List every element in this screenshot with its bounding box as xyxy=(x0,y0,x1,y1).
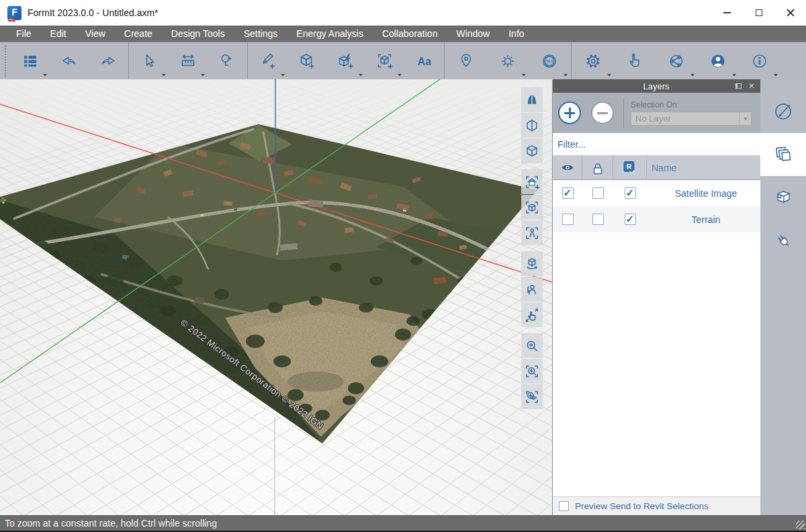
maximize-button[interactable] xyxy=(743,0,774,26)
paintbrush-circle-icon xyxy=(773,101,793,122)
viewport-3d[interactable]: © 2022 Microsoft Corporation © 2022 IGN xyxy=(0,79,552,515)
zoom-selection-button[interactable] xyxy=(521,384,543,409)
zoom-extents-cube-button[interactable] xyxy=(521,195,543,220)
sidebar-scenes-button[interactable] xyxy=(760,176,806,219)
content-area: © 2022 Microsoft Corporation © 2022 IGN xyxy=(0,79,806,515)
visible-checkbox[interactable] xyxy=(562,187,574,199)
zoom-extents-home-button[interactable] xyxy=(521,169,543,194)
preview-revit-checkbox[interactable] xyxy=(559,501,569,511)
sidebar-plugins-button[interactable] xyxy=(760,219,806,262)
settings-gear-button[interactable] xyxy=(572,44,614,79)
menu-edit[interactable]: Edit xyxy=(41,26,76,42)
main-toolbar: Aa 19.1 xyxy=(0,42,806,79)
send-to-revit-checkbox[interactable] xyxy=(625,187,636,199)
name-column-header[interactable]: Name xyxy=(647,156,760,179)
toolbar-separator xyxy=(444,42,445,79)
resize-grip[interactable] xyxy=(796,521,805,529)
send-to-revit-checkbox[interactable] xyxy=(625,214,636,225)
selection-layer-dropdown[interactable]: No Layer xyxy=(631,112,752,126)
selection-on-label: Selection On: xyxy=(631,100,752,109)
zoom-in-button[interactable] xyxy=(521,333,543,358)
toolbar-drag-handle[interactable] xyxy=(5,46,7,77)
menu-collaboration[interactable]: Collaboration xyxy=(373,26,447,42)
location-pin-button[interactable] xyxy=(445,44,487,79)
menu-settings[interactable]: Settings xyxy=(234,26,287,42)
status-bar: To zoom at a constant rate, hold Ctrl wh… xyxy=(0,515,806,532)
minimize-button[interactable] xyxy=(711,0,743,26)
text-tool-button[interactable]: Aa xyxy=(404,44,443,79)
orbit-cube-button[interactable] xyxy=(521,251,543,276)
add-layer-button[interactable] xyxy=(558,101,581,124)
layer-name[interactable]: Terrain xyxy=(692,214,721,225)
pan-hand-icon xyxy=(525,308,539,322)
cube-lightning-button[interactable] xyxy=(326,44,365,79)
zoom-window-button[interactable] xyxy=(521,359,543,384)
cube-brackets-button[interactable] xyxy=(365,44,404,79)
visible-checkbox[interactable] xyxy=(562,214,574,225)
layer-row-terrain[interactable]: Terrain xyxy=(553,206,760,232)
dropdown-caret xyxy=(522,74,526,77)
sun-shadows-button[interactable] xyxy=(487,44,529,79)
float-panel-icon[interactable] xyxy=(735,83,742,89)
visibility-column-header[interactable] xyxy=(553,156,582,179)
menu-design-tools[interactable]: Design Tools xyxy=(162,26,234,42)
select-cursor-button[interactable] xyxy=(130,44,169,79)
undo-button[interactable] xyxy=(50,44,89,79)
lock-checkbox[interactable] xyxy=(592,214,604,225)
lollipop-pin-button[interactable] xyxy=(208,44,247,79)
remove-layer-button[interactable] xyxy=(591,101,614,124)
layers-filter-bar[interactable]: Filter... xyxy=(553,133,760,156)
menu-energy-analysis[interactable]: Energy Analysis xyxy=(287,26,373,42)
select-cursor-icon xyxy=(140,52,158,70)
cube-brackets-add-icon xyxy=(376,52,394,70)
cube-add-button[interactable] xyxy=(287,44,326,79)
window-title: FormIt 2023.0.0 - Untitled.axm* xyxy=(28,7,159,18)
shaded-dome-button[interactable] xyxy=(521,87,543,112)
view-tools-strip xyxy=(521,87,543,415)
revit-column-header[interactable]: R xyxy=(613,156,647,179)
close-panel-icon[interactable]: ✕ xyxy=(748,82,755,90)
revit-badge-icon: R xyxy=(623,161,637,175)
gear-icon xyxy=(584,52,602,70)
filter-input[interactable]: Filter... xyxy=(553,139,586,150)
corner-cube-icon xyxy=(773,187,793,208)
levels-button[interactable]: 19.1 xyxy=(529,44,570,79)
iso-view-cube-button[interactable] xyxy=(521,138,543,163)
minimize-icon xyxy=(723,12,731,13)
sidebar-materials-button[interactable] xyxy=(760,90,806,133)
home-brackets-icon xyxy=(525,175,539,189)
menu-file[interactable]: File xyxy=(7,26,41,42)
share-globe-button[interactable] xyxy=(656,44,697,79)
menu-window[interactable]: Window xyxy=(447,26,499,42)
location-pin-icon xyxy=(457,52,475,70)
account-user-button[interactable] xyxy=(697,44,739,79)
menu-view[interactable]: View xyxy=(76,26,115,42)
lock-icon xyxy=(590,161,605,175)
pan-hand-button[interactable] xyxy=(521,302,543,327)
tool-palette-list-button[interactable] xyxy=(11,44,50,79)
zoom-in-icon xyxy=(525,339,539,353)
menu-create[interactable]: Create xyxy=(115,26,162,42)
layers-table-header: R Name xyxy=(553,156,760,180)
draw-pencil-button[interactable] xyxy=(249,44,287,79)
layer-name[interactable]: Satellite Image xyxy=(675,188,737,199)
lock-column-header[interactable] xyxy=(582,156,613,179)
menu-info[interactable]: Info xyxy=(499,26,533,42)
redo-button[interactable] xyxy=(89,44,128,79)
person-brackets-icon xyxy=(525,226,539,240)
dropdown-caret xyxy=(201,74,205,77)
interact-hand-button[interactable] xyxy=(614,44,656,79)
layers-panel-titlebar[interactable]: Layers ✕ xyxy=(553,79,760,93)
layer-row-satellite-image[interactable]: Satellite Image xyxy=(553,180,760,206)
lock-checkbox[interactable] xyxy=(592,187,604,199)
right-sidebar xyxy=(760,79,806,515)
layers-stack-icon xyxy=(773,144,793,165)
measure-tape-button[interactable] xyxy=(169,44,208,79)
toolbar-separator xyxy=(571,42,572,79)
info-button[interactable] xyxy=(739,44,780,79)
sidebar-layers-button[interactable] xyxy=(760,133,806,176)
walkthrough-person-button[interactable] xyxy=(521,220,543,245)
front-view-cube-button[interactable] xyxy=(521,113,543,138)
look-around-button[interactable] xyxy=(521,277,543,302)
close-button[interactable] xyxy=(774,0,806,26)
